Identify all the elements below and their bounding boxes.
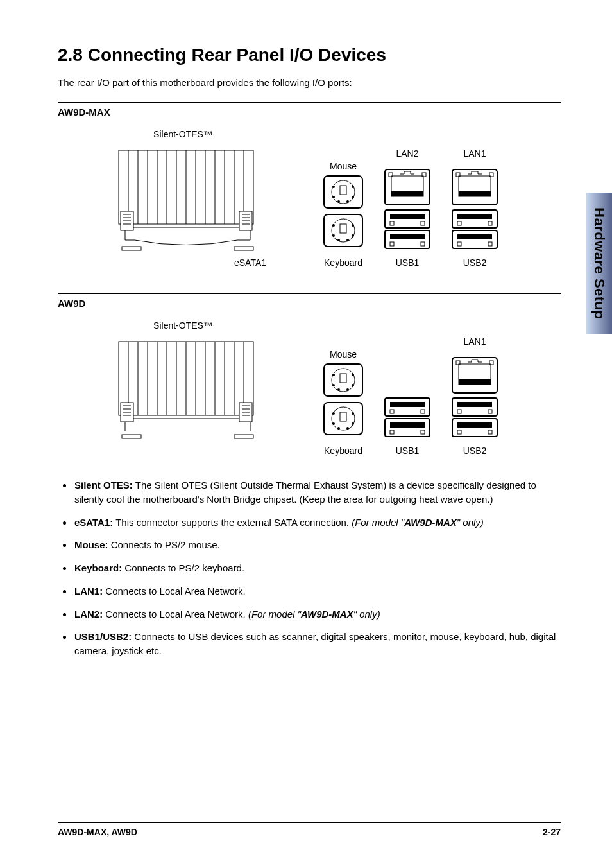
ps2-mouse-icon-2: [324, 364, 362, 396]
body: The Silent OTES (Silent Outside Thermal …: [74, 480, 536, 505]
svg-rect-55: [390, 242, 394, 246]
svg-rect-128: [457, 402, 492, 407]
lan2-label: LAN2: [396, 148, 418, 159]
list-item: LAN1: Connects to Local Area Network.: [73, 584, 561, 598]
svg-rect-116: [390, 410, 394, 413]
bullet-list: Silent OTES: The Silent OTES (Silent Out…: [73, 478, 561, 658]
svg-point-112: [337, 427, 340, 430]
page-footer: AW9D-MAX, AW9D 2-27: [58, 822, 561, 837]
svg-rect-95: [234, 435, 253, 438]
list-item: USB1/USB2: Connects to USB devices such …: [73, 630, 561, 658]
svg-point-39: [352, 224, 354, 227]
svg-point-38: [332, 224, 335, 227]
svg-rect-130: [488, 410, 492, 413]
term: Mouse:: [74, 539, 108, 550]
usb1-port-icon: [385, 210, 430, 248]
mouse-label: Mouse: [330, 161, 357, 171]
ps2-mouse-icon: [324, 176, 362, 208]
svg-point-29: [332, 186, 335, 188]
usb2-port-icon-2: [452, 398, 497, 437]
heatsink-icon: [119, 150, 253, 250]
svg-rect-52: [421, 221, 425, 225]
term: USB1/USB2:: [74, 631, 132, 642]
svg-rect-121: [421, 430, 425, 434]
svg-rect-134: [488, 430, 492, 434]
silent-otes-label-2: Silent-OTES™: [153, 320, 212, 331]
svg-rect-98: [340, 374, 346, 383]
lan2-port-icon: [385, 169, 430, 205]
lan1-port-icon-2: [452, 358, 497, 393]
svg-rect-124: [459, 379, 491, 385]
diagram-aw9d-max: Silent-OTES™: [58, 121, 520, 282]
svg-point-102: [352, 384, 354, 386]
svg-point-101: [332, 384, 335, 386]
usb2-label-2: USB2: [463, 446, 487, 456]
list-item: Silent OTES: The Silent OTES (Silent Out…: [73, 478, 561, 507]
term: LAN1:: [74, 586, 103, 596]
svg-point-41: [352, 234, 354, 237]
svg-rect-28: [340, 186, 346, 195]
term: Keyboard:: [74, 562, 122, 573]
keyboard-label: Keyboard: [324, 257, 362, 268]
mouse-label-2: Mouse: [330, 349, 357, 360]
body: This connector supports the external SAT…: [113, 517, 352, 528]
term: eSATA1:: [74, 517, 113, 528]
lan1-label-2: LAN1: [463, 336, 486, 347]
italic-post: " only): [457, 517, 484, 528]
body: Connects to Local Area Network.: [103, 609, 248, 620]
section-2-label: AW9D: [58, 293, 561, 309]
bolditalic: AW9D-MAX: [301, 609, 353, 620]
usb1-port-icon-2: [385, 398, 430, 437]
page-heading: 2.8 Connecting Rear Panel I/O Devices: [58, 45, 561, 65]
svg-rect-50: [390, 214, 425, 219]
svg-rect-132: [457, 422, 492, 428]
footer-right: 2-27: [543, 827, 561, 837]
term: LAN2:: [74, 609, 103, 620]
heatsink-icon-2: [119, 342, 253, 438]
svg-point-43: [346, 239, 349, 241]
ps2-keyboard-icon-2: [324, 403, 362, 435]
svg-point-33: [337, 200, 340, 203]
svg-point-42: [337, 239, 340, 241]
body: Connects to PS/2 keyboard.: [122, 562, 244, 573]
svg-rect-54: [390, 234, 425, 239]
svg-rect-129: [457, 410, 461, 413]
lan1-label: LAN1: [463, 148, 486, 159]
keyboard-label-2: Keyboard: [324, 446, 362, 456]
list-item: LAN2: Connects to Local Area Network. (F…: [73, 607, 561, 621]
svg-rect-115: [390, 402, 425, 407]
lan1-port-icon: [452, 169, 497, 205]
usb2-port-icon: [452, 210, 497, 248]
svg-point-27: [332, 180, 355, 204]
svg-rect-67: [457, 234, 492, 239]
side-tab: Hardware Setup: [586, 193, 612, 334]
svg-point-34: [346, 200, 349, 203]
svg-point-31: [332, 196, 335, 198]
svg-point-99: [332, 374, 335, 376]
body: Connects to Local Area Network.: [103, 586, 246, 596]
svg-rect-117: [421, 410, 425, 413]
svg-rect-25: [234, 247, 253, 250]
body: Connects to USB devices such as scanner,…: [74, 631, 556, 656]
svg-rect-107: [340, 412, 346, 421]
svg-point-111: [352, 422, 354, 425]
svg-rect-56: [421, 242, 425, 246]
svg-rect-59: [459, 191, 491, 196]
italic-pre: (For model ": [352, 517, 404, 528]
footer-left: AW9D-MAX, AW9D: [58, 827, 137, 837]
list-item: Mouse: Connects to PS/2 mouse.: [73, 538, 561, 552]
italic-pre: (For model ": [248, 609, 301, 620]
svg-rect-69: [488, 242, 492, 246]
svg-rect-65: [488, 221, 492, 225]
svg-point-106: [332, 407, 355, 430]
svg-point-100: [352, 374, 354, 376]
esata-label: eSATA1: [234, 257, 266, 268]
svg-rect-133: [457, 430, 461, 434]
term: Silent OTES:: [74, 480, 133, 490]
bolditalic: AW9D-MAX: [404, 517, 457, 528]
intro-text: The rear I/O part of this motherboard pr…: [58, 77, 561, 88]
svg-rect-120: [390, 430, 394, 434]
ps2-keyboard-icon: [324, 214, 362, 247]
svg-point-36: [332, 219, 355, 242]
svg-rect-51: [390, 221, 394, 225]
